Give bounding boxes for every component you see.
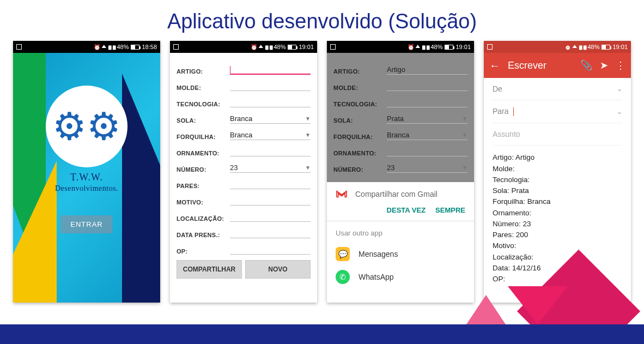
signal2-icon — [583, 44, 585, 50]
label-sola: SOLA: — [177, 117, 230, 124]
label-op: OP: — [177, 248, 230, 255]
input-ornamento[interactable] — [230, 147, 311, 156]
wifi-icon — [573, 43, 576, 51]
share-item-whatsapp[interactable]: ✆ WhatsApp — [327, 265, 474, 288]
input-data-prens[interactable] — [230, 228, 311, 238]
signal2-icon — [426, 44, 428, 50]
battery-pct: 48% — [117, 44, 129, 50]
label-motivo: MOTIVO: — [177, 199, 230, 206]
statusbar-notif-icon — [173, 44, 179, 50]
wifi-icon — [416, 43, 420, 51]
signal-icon — [265, 44, 267, 50]
app-logo: ⚙⚙ — [46, 86, 127, 167]
clock: 19:01 — [612, 44, 628, 50]
input-motivo[interactable] — [230, 196, 311, 206]
dropdown-sola[interactable]: Branca▼ — [230, 114, 311, 124]
share-once-button[interactable]: DESTA VEZ — [387, 206, 426, 214]
label-molde: MOLDE: — [333, 85, 387, 91]
chevron-down-icon: ▼ — [305, 132, 311, 138]
label-sola: SOLA: — [333, 117, 387, 124]
email-body[interactable]: Artigo: Artigo Molde: Tecnologia: Sola: … — [493, 146, 622, 291]
input-pares[interactable] — [230, 179, 311, 189]
brand-line2: Desenvolvimentos. — [13, 184, 160, 193]
label-artigo: ARTIGO: — [177, 68, 230, 75]
compartilhar-button[interactable]: COMPARTILHAR — [177, 260, 242, 279]
gmail-toolbar: ← Escrever 📎 ➤ ⋮ — [484, 53, 631, 78]
phones-row: 48% 18:58 ⚙⚙ T.W.W. Desenvolvimentos. EN… — [0, 41, 644, 303]
input-tecnologia — [387, 98, 467, 107]
share-always-button[interactable]: SEMPRE — [435, 206, 465, 214]
label-numero: NÚMERO: — [333, 166, 387, 173]
chevron-down-icon: ▼ — [462, 132, 467, 138]
alarm-icon — [94, 44, 100, 50]
label-pares: PARES: — [177, 183, 230, 189]
status-bar: 48% 19:01 — [327, 41, 474, 53]
battery-pct: 48% — [274, 44, 285, 50]
from-label: De — [493, 85, 502, 93]
chevron-down-icon: ▼ — [462, 116, 467, 122]
label-forquilha: FORQUILHA: — [177, 134, 230, 140]
input-molde[interactable] — [230, 81, 311, 91]
chevron-down-icon: ▼ — [305, 116, 311, 122]
input-tecnologia[interactable] — [230, 98, 311, 107]
signal-icon — [422, 44, 424, 50]
label-numero: NÚMERO: — [177, 166, 230, 173]
input-ornamento — [387, 147, 467, 156]
slide-title: Aplicativo desenvolvido (Solução) — [0, 0, 644, 41]
dropdown-forquilha: Branca▼ — [387, 130, 467, 140]
gmail-icon — [336, 190, 348, 198]
label-localizacao: LOCALIZAÇÃO: — [177, 215, 230, 222]
input-artigo[interactable] — [230, 65, 311, 75]
input-localizacao[interactable] — [230, 212, 311, 222]
gears-icon: ⚙⚙ — [52, 107, 121, 146]
subject-field[interactable]: Assunto — [493, 123, 622, 146]
signal-icon — [579, 44, 581, 50]
share-item-mensagens[interactable]: 💬 Mensagens — [327, 243, 474, 265]
signal2-icon — [112, 44, 114, 50]
to-field[interactable]: Para ⌄ — [493, 100, 622, 123]
statusbar-notif-icon — [487, 44, 493, 50]
status-bar: 48% 18:58 — [13, 41, 160, 53]
share-gmail-label: Compartilhar com Gmail — [355, 190, 438, 198]
label-tecnologia: TECNOLOGIA: — [177, 101, 230, 107]
statusbar-notif-icon — [330, 44, 336, 50]
back-icon[interactable]: ← — [489, 59, 500, 72]
battery-icon — [445, 45, 453, 50]
from-field[interactable]: De ⌄ — [493, 78, 622, 100]
novo-button[interactable]: NOVO — [245, 260, 311, 279]
battery-icon — [602, 45, 610, 50]
phone-share-sheet: 48% 19:01 ARTIGO:Artigo MOLDE: TECNOLOGI… — [327, 41, 474, 303]
attach-icon[interactable]: 📎 — [580, 59, 592, 71]
input-molde — [387, 81, 467, 91]
label-ornamento: ORNAMENTO: — [177, 150, 230, 156]
label-molde: MOLDE: — [177, 85, 230, 91]
battery-pct: 48% — [430, 44, 442, 50]
brand-line1: T.W.W. — [13, 172, 160, 183]
dropdown-numero[interactable]: 23▼ — [230, 163, 311, 173]
enter-button[interactable]: ENTRAR — [60, 215, 112, 233]
input-artigo: Artigo — [387, 65, 467, 75]
dropdown-sola: Prata▼ — [387, 114, 467, 124]
chevron-down-icon: ⌄ — [617, 85, 622, 93]
clock: 19:01 — [299, 44, 314, 50]
alarm-icon — [251, 44, 257, 50]
signal-icon — [108, 44, 110, 50]
form-body-dimmed: ARTIGO:Artigo MOLDE: TECNOLOGIA: SOLA:Pr… — [327, 53, 474, 182]
send-icon[interactable]: ➤ — [600, 59, 608, 71]
share-item-label: WhatsApp — [359, 273, 394, 281]
label-data-prens: DATA PRENS.: — [177, 232, 230, 238]
wifi-icon — [259, 43, 263, 51]
battery-icon — [288, 45, 296, 50]
share-gmail-row[interactable]: Compartilhar com Gmail — [327, 182, 474, 204]
overflow-icon[interactable]: ⋮ — [616, 59, 625, 71]
statusbar-notif-icon — [16, 44, 22, 50]
chevron-down-icon: ▼ — [462, 165, 467, 171]
alarm-icon — [564, 44, 571, 50]
status-bar: 48% 19:01 — [484, 41, 631, 53]
dropdown-forquilha[interactable]: Branca▼ — [230, 130, 311, 140]
toolbar-title: Escrever — [508, 60, 573, 71]
status-bar: 48% 19:01 — [170, 41, 317, 53]
input-op[interactable] — [230, 245, 311, 255]
form-body: ARTIGO: MOLDE: TECNOLOGIA: SOLA:Branca▼ … — [170, 53, 317, 303]
alarm-icon — [408, 44, 414, 50]
